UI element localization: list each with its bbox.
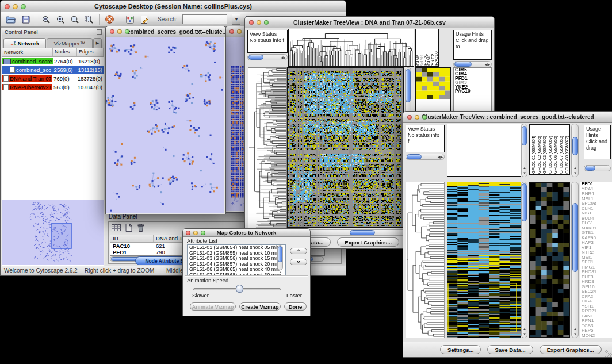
close-button[interactable]	[110, 29, 114, 34]
gene-dendrogram-canvas[interactable]	[406, 182, 444, 338]
gene-dendrogram-panel[interactable]	[248, 67, 287, 228]
scrollbar-thumb[interactable]	[522, 126, 527, 145]
close-button[interactable]	[186, 231, 190, 235]
scrollbar-thumb[interactable]	[278, 246, 282, 262]
treeview2-titlebar[interactable]: ClusterMaker TreeView : combined_scores_…	[403, 112, 612, 123]
minimize-button[interactable]	[193, 231, 198, 235]
network-overview-panel[interactable]	[2, 200, 104, 266]
array-label[interactable]: GPL51-01 (GSM854)	[531, 125, 537, 174]
column-vscrollbar[interactable]: ▲ ▼	[521, 124, 527, 177]
header-vscrollbar[interactable]: ▲ ▼	[571, 124, 579, 177]
zoom-selected-icon[interactable]	[85, 15, 94, 24]
move-down-button[interactable]: v	[290, 259, 307, 265]
new-attribute-icon[interactable]	[125, 223, 133, 235]
column-dendrogram-panel[interactable]	[447, 124, 521, 177]
scrollbar-thumb[interactable]	[406, 69, 411, 102]
array-label[interactable]: GPL51-08 (GSM872)	[564, 125, 570, 174]
heatmap-canvas[interactable]	[288, 68, 403, 227]
scroll-arrow-down[interactable]: ▼	[523, 171, 526, 175]
resize-grip[interactable]	[605, 350, 612, 357]
tab-vizmapper[interactable]: VizMapper™	[47, 38, 93, 48]
heatmap-global-panel[interactable]	[447, 182, 521, 338]
close-button[interactable]	[230, 29, 234, 34]
treeview-button[interactable]: Export Graphics...	[540, 345, 602, 354]
hints-scrollbar[interactable]	[584, 165, 611, 171]
zoom-heatmap-canvas[interactable]	[530, 183, 569, 337]
scrollbar-thumb[interactable]	[572, 137, 578, 155]
network-canvas[interactable]	[106, 37, 224, 213]
treeview-button[interactable]: Save Data...	[487, 345, 533, 354]
scroll-arrow-up[interactable]: ▲	[523, 327, 526, 331]
vizmapper-icon[interactable]	[125, 15, 135, 24]
minimize-button[interactable]	[13, 4, 18, 9]
create-vizmap-button[interactable]: Create Vizmap	[239, 302, 281, 311]
search-dropdown-icon[interactable]: ▼	[232, 14, 240, 25]
attribute-list-scrollbar[interactable]	[277, 245, 283, 270]
scroll-arrow-up[interactable]: ▲	[573, 327, 577, 331]
attribute-list[interactable]: GPL51-01 (GSM854) heat shock 05 minGPL51…	[187, 244, 286, 277]
heatmap-zoom-panel[interactable]	[529, 182, 570, 338]
attribute-table-icon[interactable]	[111, 223, 121, 235]
view-status-scrollbar[interactable]: ◀▶	[406, 154, 445, 160]
zoom-button[interactable]	[125, 29, 129, 34]
close-button[interactable]	[407, 115, 412, 120]
tab-network[interactable]: Network	[3, 38, 46, 48]
gene-label[interactable]: PAC10	[454, 89, 491, 93]
column-dendrogram-panel[interactable]	[288, 29, 414, 67]
header-network[interactable]: Network	[2, 48, 53, 56]
annotation-icon[interactable]	[140, 15, 149, 24]
move-up-button[interactable]: ^	[290, 248, 307, 254]
scrollbar-thumb[interactable]	[522, 183, 527, 221]
array-label[interactable]: GPL51-03 (GSM856)	[542, 125, 548, 174]
network-row[interactable]: combined_sco2569(6)13112(15)	[2, 66, 104, 74]
view-status-scrollbar[interactable]: ◀▶	[247, 54, 288, 60]
heatmap-canvas[interactable]	[447, 182, 521, 338]
hints-scrollbar[interactable]: ◀▶	[453, 61, 492, 67]
tab-overflow-button[interactable]: ▶	[93, 38, 102, 48]
heatmap-global-panel[interactable]	[287, 67, 404, 228]
array-label[interactable]: GPL51-07 (GSM868)	[559, 125, 564, 174]
help-icon[interactable]	[105, 14, 114, 24]
minimize-button[interactable]	[257, 20, 261, 25]
zoom-button[interactable]	[264, 20, 269, 25]
scrollbar-thumb[interactable]	[585, 166, 595, 171]
zoom-in-icon[interactable]	[56, 15, 65, 24]
gene-dendrogram-canvas[interactable]	[248, 68, 286, 228]
minimize-button[interactable]	[117, 29, 122, 34]
column-dendrogram-canvas[interactable]	[289, 29, 414, 66]
network-row[interactable]: DNA and Tran 07769(0)183728(0)	[2, 74, 104, 83]
overview-canvas[interactable]	[2, 200, 104, 265]
delete-attribute-icon[interactable]	[136, 223, 145, 235]
scroll-arrow-down[interactable]: ▼	[573, 332, 577, 336]
scroll-arrows[interactable]: ◀▶	[281, 56, 286, 59]
header-id[interactable]: ID	[110, 235, 154, 242]
zoom-button[interactable]	[422, 115, 427, 120]
scroll-arrow-down[interactable]: ▼	[523, 332, 526, 336]
close-button[interactable]	[249, 20, 254, 25]
array-label[interactable]: GPL51-06 (GSM865)	[553, 125, 559, 174]
save-icon[interactable]	[21, 15, 30, 24]
scroll-arrow-up[interactable]: ▲	[573, 166, 577, 170]
array-label[interactable]: GPL51-02 (GSM855)	[537, 125, 542, 174]
treeview-button[interactable]: Export Graphics...	[337, 237, 399, 247]
treeview-button[interactable]: Settings...	[440, 345, 481, 354]
network-titlebar[interactable]: combined_scores_good.txt--cluste...	[106, 26, 225, 37]
header-edges[interactable]: Edges	[77, 48, 104, 56]
gene-dendrogram-panel[interactable]	[406, 182, 445, 338]
zoom-actual-icon[interactable]	[70, 15, 79, 24]
array-label[interactable]: GPL51-04 (GSM857)	[548, 125, 553, 174]
scrollbar-thumb[interactable]	[248, 55, 263, 60]
scrollbar-thumb[interactable]	[572, 203, 578, 272]
search-input[interactable]	[182, 14, 227, 24]
zoom-vscrollbar[interactable]: ▲ ▼	[571, 182, 579, 338]
main-titlebar[interactable]: Cytoscape Desktop (Session Name: collins…	[1, 1, 346, 13]
zoom-button[interactable]	[21, 4, 26, 9]
gene-label[interactable]: MON2	[580, 334, 612, 339]
scroll-arrow-up[interactable]: ▲	[523, 166, 526, 170]
treeview1-titlebar[interactable]: ClusterMaker TreeView : DNA and Tran 07-…	[245, 17, 494, 28]
scroll-arrows[interactable]: ◀▶	[438, 155, 443, 159]
scrollbar-thumb[interactable]	[407, 154, 422, 159]
open-file-icon[interactable]	[5, 15, 16, 24]
network-row[interactable]: RNAPuberNov2+563(0)107847(0)	[2, 83, 104, 91]
minimize-button[interactable]	[415, 115, 419, 120]
